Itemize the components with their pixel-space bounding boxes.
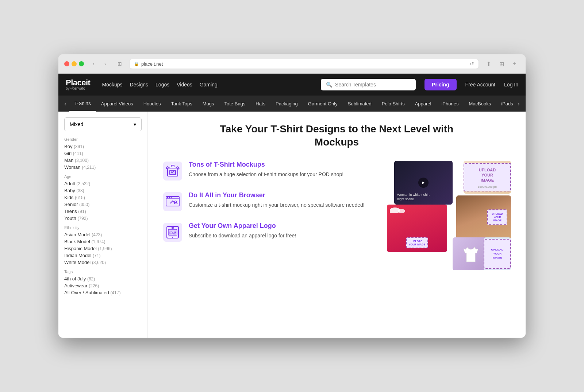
tags-label: Tags (64, 269, 142, 274)
gender-label: Gender (64, 137, 142, 141)
feature-3-content: Get Your Own Apparel Logo Subscribe to d… (189, 222, 296, 240)
cat-hoodies[interactable]: Hoodies (138, 96, 166, 112)
filter-all-over[interactable]: All-Over / Sublimated (417) (64, 289, 142, 296)
category-nav: ‹ T-Shirts Apparel Videos Hoodies Tank T… (58, 96, 526, 112)
filter-man[interactable]: Man (3,100) (64, 157, 142, 164)
feature-2-icon (162, 191, 183, 212)
filter-activewear[interactable]: Activewear (226) (64, 282, 142, 289)
browser-titlebar: ‹ › ⊞ 🔒 placeit.net ↺ ⬆ ⊞ + (58, 54, 526, 74)
nav-designs[interactable]: Designs (130, 80, 148, 89)
filter-girl[interactable]: Girl (411) (64, 150, 142, 157)
cat-garment-only[interactable]: Garment Only (303, 96, 343, 112)
login-link[interactable]: Log In (504, 82, 518, 88)
cat-tote-bags[interactable]: Tote Bags (219, 96, 251, 112)
mockup-collage: Woman in white t-shirtnight scene ▶ UPLO… (387, 161, 511, 270)
content-area: Take Your T-Shirt Designs to the Next Le… (148, 112, 526, 338)
minimize-button[interactable] (72, 61, 77, 66)
cat-mugs[interactable]: Mugs (197, 96, 219, 112)
forward-button[interactable]: › (100, 59, 110, 69)
ethnicity-label: Ethnicity (64, 225, 142, 230)
feature-1-icon (162, 161, 183, 181)
free-account-link[interactable]: Free Account (465, 82, 496, 88)
chevron-down-icon: ▾ (134, 121, 136, 127)
cat-t-shirts[interactable]: T-Shirts (69, 96, 96, 112)
search-input[interactable] (335, 82, 411, 88)
filter-senior[interactable]: Senior (350) (64, 201, 142, 208)
lock-icon: 🔒 (134, 62, 139, 66)
filter-white[interactable]: White Model (3,620) (64, 259, 142, 266)
feature-2-content: Do It All in Your Browser Customize a t-… (189, 191, 365, 209)
logo-name: Placeit (66, 79, 90, 87)
filter-youth[interactable]: Youth (792) (64, 215, 142, 222)
svg-point-7 (169, 197, 170, 198)
traffic-lights (64, 61, 84, 66)
nav-gaming[interactable]: Gaming (200, 80, 218, 89)
filter-kids[interactable]: Kids (615) (64, 194, 142, 201)
cat-apparel-videos[interactable]: Apparel Videos (96, 96, 138, 112)
main-content: Mixed ▾ Gender Boy (391) Girl (411) Man … (58, 112, 526, 338)
cat-tank-tops[interactable]: Tank Tops (166, 96, 197, 112)
nav-videos[interactable]: Videos (177, 80, 192, 89)
reload-button[interactable]: ↺ (470, 61, 474, 67)
filter-woman[interactable]: Woman (4,211) (64, 164, 142, 171)
search-bar[interactable]: 🔍 (321, 79, 416, 90)
cat-next-arrow[interactable]: › (515, 100, 523, 108)
ethnicity-filter: Ethnicity Asian Model (423) Black Model … (64, 225, 142, 266)
maximize-button[interactable] (79, 61, 84, 66)
mockup-image-2: UPLOADYOURIMAGE 1000×1000 px (464, 161, 511, 194)
new-tab-button[interactable]: ⊞ (496, 59, 507, 69)
filter-asian[interactable]: Asian Model (423) (64, 231, 142, 238)
close-button[interactable] (64, 61, 69, 66)
hero-title: Take Your T-Shirt Designs to the Next Le… (220, 123, 454, 149)
filter-baby[interactable]: Baby (38) (64, 187, 142, 194)
browser-actions: ⬆ ⊞ + (483, 59, 520, 69)
cat-macbooks[interactable]: MacBooks (464, 96, 496, 112)
gender-filter: Gender Boy (391) Girl (411) Man (3,100) … (64, 137, 142, 171)
plus-button[interactable]: + (510, 59, 520, 69)
tags-filter: Tags 4th of July (62) Activewear (226) A… (64, 269, 142, 296)
cat-packaging[interactable]: Packaging (270, 96, 303, 112)
main-nav: Mockups Designs Logos Videos Gaming (102, 80, 312, 89)
feature-1-content: Tons of T-Shirt Mockups Choose from a hu… (189, 161, 343, 178)
nav-arrows: ‹ › (88, 59, 110, 69)
svg-point-8 (171, 197, 172, 198)
site-header: Placeit by ⓔenvato Mockups Designs Logos… (58, 74, 526, 96)
back-button[interactable]: ‹ (88, 59, 99, 69)
features-grid: Tons of T-Shirt Mockups Choose from a hu… (162, 161, 511, 270)
cat-sublimated[interactable]: Sublimated (343, 96, 377, 112)
pricing-button[interactable]: Pricing (424, 79, 456, 90)
feature-1: Tons of T-Shirt Mockups Choose from a hu… (162, 161, 375, 181)
feature-2: Do It All in Your Browser Customize a t-… (162, 191, 375, 212)
url-text: placeit.net (141, 61, 468, 67)
cat-apparel[interactable]: Apparel (410, 96, 437, 112)
filter-4th-july[interactable]: 4th of July (62) (64, 275, 142, 282)
cat-iphones[interactable]: iPhones (436, 96, 464, 112)
mockup-image-1: Woman in white t-shirtnight scene ▶ (394, 161, 453, 205)
filter-boy[interactable]: Boy (391) (64, 143, 142, 150)
feature-2-title[interactable]: Do It All in Your Browser (189, 191, 365, 199)
cat-hats[interactable]: Hats (250, 96, 270, 112)
address-bar[interactable]: 🔒 placeit.net ↺ (129, 59, 479, 69)
logo[interactable]: Placeit by ⓔenvato (66, 79, 90, 90)
cat-prev-arrow[interactable]: ‹ (61, 100, 69, 108)
share-button[interactable]: ⬆ (483, 59, 493, 69)
feature-3-desc: Subscribe to download an apparel logo fo… (189, 232, 296, 240)
play-button[interactable]: ▶ (418, 178, 429, 188)
filter-hispanic[interactable]: Hispanic Model (1,996) (64, 245, 142, 252)
sidebar: Mixed ▾ Gender Boy (391) Girl (411) Man … (58, 112, 148, 338)
filter-black[interactable]: Black Model (1,674) (64, 238, 142, 245)
cat-ipads[interactable]: iPads (496, 96, 515, 112)
feature-1-title[interactable]: Tons of T-Shirt Mockups (189, 161, 343, 168)
feature-3-title[interactable]: Get Your Own Apparel Logo (189, 222, 296, 230)
nav-logos[interactable]: Logos (155, 80, 169, 89)
nav-mockups[interactable]: Mockups (102, 80, 122, 89)
category-items: T-Shirts Apparel Videos Hoodies Tank Top… (69, 96, 515, 112)
cat-polo-shirts[interactable]: Polo Shirts (377, 96, 410, 112)
mixed-select[interactable]: Mixed ▾ (64, 117, 142, 131)
sidebar-toggle-button[interactable]: ⊞ (115, 59, 125, 69)
filter-indian[interactable]: Indian Model (71) (64, 252, 142, 259)
filter-teens[interactable]: Teens (91) (64, 208, 142, 215)
filter-adult[interactable]: Adult (2,522) (64, 180, 142, 187)
browser-window: ‹ › ⊞ 🔒 placeit.net ↺ ⬆ ⊞ + Placeit by ⓔ… (58, 54, 526, 338)
age-filter: Age Adult (2,522) Baby (38) Kids (615) S… (64, 174, 142, 222)
